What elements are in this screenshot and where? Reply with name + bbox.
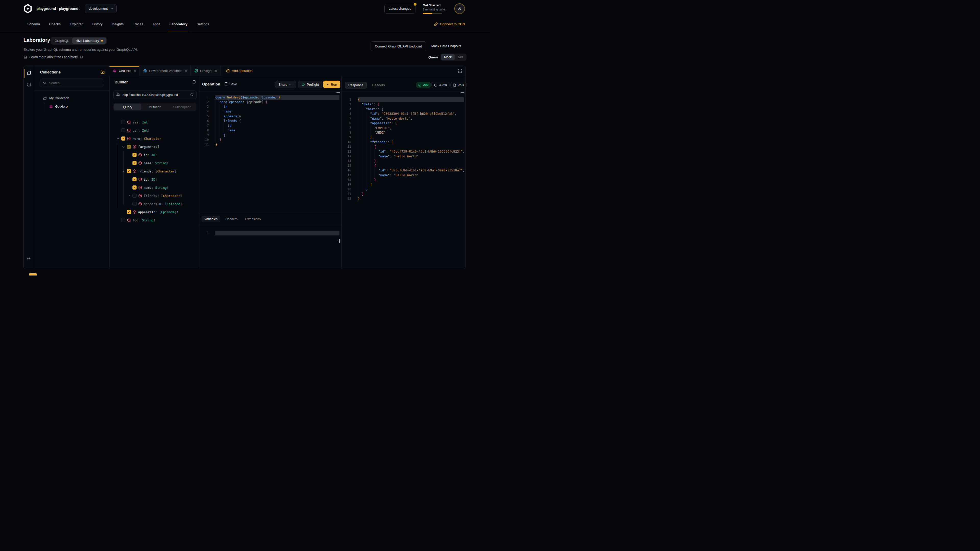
kind-subscription[interactable]: Subscription xyxy=(169,103,196,110)
chevron-right-icon[interactable] xyxy=(127,194,131,198)
checkbox[interactable]: ✓ xyxy=(127,144,131,149)
scrollbar-thumb[interactable] xyxy=(339,239,340,243)
settings-gear-icon[interactable] xyxy=(27,256,31,261)
checkbox[interactable] xyxy=(121,218,125,222)
code-line[interactable]: 11{ xyxy=(342,144,466,149)
code-line[interactable]: 3"hero": { xyxy=(342,106,466,111)
response-editor[interactable]: 1{2"data": {3"hero": {4"id": "93038304-0… xyxy=(342,97,466,201)
checkbox[interactable]: ✓ xyxy=(127,210,131,214)
nav-tab-traces[interactable]: Traces xyxy=(133,17,143,31)
add-operation-button[interactable]: Add operation xyxy=(221,66,258,76)
latest-changes-button[interactable]: Latest changes xyxy=(384,4,415,14)
code-line[interactable]: 8"JEDI" xyxy=(342,130,466,135)
checkbox[interactable]: ✓ xyxy=(132,161,137,165)
code-line[interactable]: 11} xyxy=(199,142,342,147)
collections-rail-icon[interactable] xyxy=(27,71,32,76)
code-line[interactable]: 21} xyxy=(342,192,466,197)
get-started-widget[interactable]: Get Started 3 remaining tasks xyxy=(423,3,444,14)
connect-graphql-endpoint-button[interactable]: Connect GraphQL API Endpoint xyxy=(371,41,426,51)
history-rail-icon[interactable] xyxy=(27,82,32,87)
code-line[interactable]: 1{ xyxy=(342,97,466,102)
refresh-icon[interactable] xyxy=(190,93,194,97)
workspace-tab-preflight[interactable]: Preflight× xyxy=(191,66,221,76)
variables-tab-headers[interactable]: Headers xyxy=(223,216,240,222)
code-line[interactable]: 10"friends": [ xyxy=(342,140,466,144)
checkbox[interactable]: ✓ xyxy=(132,186,137,189)
query-editor[interactable]: 1query GetHero($episode: Episode) {2hero… xyxy=(199,95,342,147)
mode-option-graphiql[interactable]: GraphiQL xyxy=(51,38,72,44)
response-tab-headers[interactable]: Headers xyxy=(369,82,388,89)
code-line[interactable]: 20} xyxy=(342,187,466,192)
response-tab-response[interactable]: Response xyxy=(345,82,367,89)
environment-select[interactable]: development xyxy=(85,4,117,13)
copy-icon[interactable] xyxy=(191,80,196,84)
breadcrumb-org[interactable]: playground xyxy=(37,6,56,11)
code-line[interactable]: 4"id": "93038304-01a1-4f5f-b620-d6f9be51… xyxy=(342,111,466,116)
code-line[interactable]: 13"name": "Hello World" xyxy=(342,154,466,159)
code-line[interactable]: 6friends { xyxy=(199,119,342,124)
variables-editor[interactable]: 1 xyxy=(199,230,342,235)
preflight-button[interactable]: Preflight xyxy=(298,81,322,88)
code-line[interactable]: 7id xyxy=(199,123,342,128)
nav-tab-explorer[interactable]: Explorer xyxy=(70,17,83,31)
nav-tab-insights[interactable]: Insights xyxy=(112,17,124,31)
checkbox[interactable] xyxy=(121,120,125,124)
code-line[interactable]: 19] xyxy=(342,182,466,187)
checkbox[interactable] xyxy=(132,202,137,206)
code-line[interactable]: 12"id": "43cdf739-81c6-45b1-b8b6-163356f… xyxy=(342,149,466,154)
variables-tab-extensions[interactable]: Extensions xyxy=(242,216,263,222)
mock-data-endpoint-button[interactable]: Mock Data Endpoint xyxy=(431,41,461,51)
avatar[interactable] xyxy=(454,3,465,14)
connect-to-cdn-link[interactable]: Connect to CDN xyxy=(434,22,465,26)
nav-tab-checks[interactable]: Checks xyxy=(49,17,61,31)
query-mode-option-api[interactable]: API xyxy=(455,54,466,60)
query-mode-option-mock[interactable]: Mock xyxy=(441,54,455,60)
kind-mutation[interactable]: Mutation xyxy=(142,103,169,110)
workspace-tab-environment-variables[interactable]: Environment Variables× xyxy=(140,66,191,76)
code-line[interactable]: 15{ xyxy=(342,163,466,168)
tree-row[interactable]: foo: String! xyxy=(114,216,464,224)
code-line[interactable]: 7"EMPIRE", xyxy=(342,125,466,130)
checkbox[interactable]: ✓ xyxy=(121,137,125,141)
code-line[interactable]: 8name xyxy=(199,128,342,133)
checkbox[interactable]: ✓ xyxy=(127,169,131,173)
add-collection-icon[interactable] xyxy=(100,70,105,75)
editor-collapse-handle[interactable] xyxy=(336,92,340,93)
collection-item-gethero[interactable]: GetHero xyxy=(49,105,68,108)
hive-logo-icon[interactable] xyxy=(23,4,32,13)
code-line[interactable]: 10} xyxy=(199,138,342,142)
close-icon[interactable]: × xyxy=(185,69,187,73)
code-line[interactable]: 6"appearsIn": [ xyxy=(342,121,466,126)
close-icon[interactable]: × xyxy=(134,69,136,73)
tree-row[interactable]: ✓appearsIn: [Episode]! xyxy=(114,208,464,216)
code-line[interactable]: 2hero(episode: $episode) { xyxy=(199,100,342,105)
code-line[interactable]: 9} xyxy=(199,133,342,138)
code-line[interactable]: 4name xyxy=(199,109,342,114)
workspace-tab-gethero[interactable]: GetHero× xyxy=(110,66,140,76)
breadcrumb-project[interactable]: playground xyxy=(59,6,78,11)
collection-folder[interactable]: My Collection xyxy=(43,96,69,100)
variables-tab-variables[interactable]: Variables xyxy=(202,216,220,222)
code-line[interactable]: 5"name": "Hello World", xyxy=(342,116,466,121)
code-line[interactable]: 16"id": "d76cfc8d-41b1-4968-b9af-0890783… xyxy=(342,168,466,173)
toast-peek[interactable] xyxy=(29,273,37,275)
code-line[interactable]: 3id xyxy=(199,104,342,109)
search-input[interactable] xyxy=(48,81,100,85)
nav-tab-laboratory[interactable]: Laboratory xyxy=(169,17,188,31)
code-line[interactable]: 5appearsIn xyxy=(199,114,342,119)
chevron-down-icon[interactable] xyxy=(121,144,125,149)
code-line[interactable]: 22} xyxy=(342,197,466,201)
code-line[interactable]: 1query GetHero($episode: Episode) { xyxy=(199,95,342,100)
code-line[interactable]: 9], xyxy=(342,135,466,140)
code-line[interactable]: 2"data": { xyxy=(342,102,466,107)
code-line[interactable]: 14}, xyxy=(342,159,466,164)
nav-tab-settings[interactable]: Settings xyxy=(197,17,209,31)
fullscreen-icon[interactable] xyxy=(458,68,462,73)
checkbox[interactable]: ✓ xyxy=(132,153,137,157)
endpoint-url-input[interactable] xyxy=(122,93,188,97)
chevron-down-icon[interactable] xyxy=(116,137,120,141)
code-line[interactable]: 18} xyxy=(342,178,466,183)
kind-query[interactable]: Query xyxy=(114,103,142,110)
checkbox[interactable]: ✓ xyxy=(132,177,137,181)
nav-tab-apps[interactable]: Apps xyxy=(152,17,160,31)
